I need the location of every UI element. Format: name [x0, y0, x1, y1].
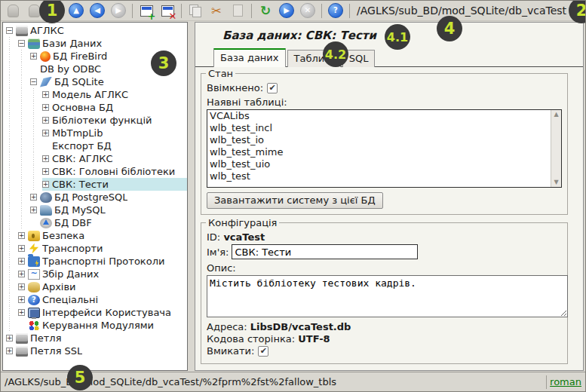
tree-item[interactable]: +Збір Даних: [3, 268, 187, 280]
tree-item[interactable]: +Транспортні Протоколи: [3, 255, 187, 268]
expand-icon[interactable]: +: [42, 181, 49, 188]
annotation-3: 3: [151, 51, 176, 76]
expand-icon[interactable]: +: [18, 283, 25, 290]
delete-item-button[interactable]: ✕: [158, 2, 177, 20]
tree-item[interactable]: +Петля: [3, 332, 187, 345]
tree-item[interactable]: +БД PostgreSQL: [3, 191, 187, 204]
table-list-item[interactable]: wlb_test: [207, 170, 561, 182]
stop-glyph: ✕: [305, 7, 311, 14]
copy-button[interactable]: [186, 2, 205, 20]
config-groupbox: Конфігурація ID: vcaTest Ім'я: Опис: Міс…: [201, 222, 568, 364]
expand-icon[interactable]: +: [30, 207, 37, 213]
firebird-icon: [40, 51, 51, 62]
expand-icon[interactable]: +: [42, 168, 49, 175]
check-icon: ✔: [269, 84, 276, 92]
tree-item[interactable]: +Петля SSL: [3, 345, 187, 357]
tree-item[interactable]: +Основна БД: [3, 101, 187, 114]
ui-icon: [28, 308, 40, 318]
scroll-down-icon[interactable]: ▼: [554, 179, 558, 185]
scroll-up-icon[interactable]: ▲: [554, 112, 558, 118]
expand-icon[interactable]: +: [18, 296, 25, 303]
tree-item[interactable]: +БД MySQL: [3, 204, 187, 216]
tree-item[interactable]: +Архіви: [3, 280, 187, 293]
tree-item[interactable]: +СВК: Тести: [3, 178, 187, 191]
tree-item[interactable]: +MbTmpLib: [3, 127, 187, 139]
refresh-icon: ↻: [260, 5, 271, 17]
expand-icon[interactable]: +: [42, 155, 49, 162]
address-bar[interactable]: /AGLKS/sub_BD/mod_SQLite/db_vcaTest: [357, 5, 566, 17]
expand-icon[interactable]: +: [18, 258, 25, 265]
tree-item[interactable]: +Бібліотеки функцій: [3, 114, 187, 127]
tree-item[interactable]: +СВК: Головні бібліотеки: [3, 165, 187, 178]
expand-icon[interactable]: +: [6, 335, 13, 341]
refresh-button[interactable]: ↻: [256, 2, 275, 20]
tree-item[interactable]: Експорт БД: [3, 139, 187, 152]
table-list-item[interactable]: wlb_test_uio: [207, 158, 561, 170]
panel-splitter[interactable]: [188, 22, 195, 371]
up-button[interactable]: ▲: [66, 2, 86, 20]
load-system-button[interactable]: Завантажити систему з цієї БД: [207, 192, 383, 209]
collapse-icon[interactable]: −: [6, 27, 13, 34]
expand-icon[interactable]: +: [18, 245, 25, 252]
expand-icon[interactable]: +: [18, 309, 25, 316]
tree-item-label: Збір Даних: [42, 268, 99, 280]
tree-item[interactable]: БД DBF: [3, 216, 187, 229]
table-list-item[interactable]: wlb_test_mime: [207, 146, 561, 158]
enabled-checkbox[interactable]: ✔: [267, 83, 278, 93]
name-label: Ім'я:: [207, 247, 229, 258]
tree-item[interactable]: −БД SQLite: [3, 75, 187, 88]
tree-item[interactable]: +СВК: АГЛКС: [3, 152, 187, 165]
descr-label: Опис:: [207, 262, 562, 274]
expand-icon[interactable]: +: [42, 117, 49, 124]
expand-icon[interactable]: +: [30, 194, 37, 201]
tree-guide: [30, 114, 42, 127]
tree-guide: [6, 165, 18, 178]
start-button[interactable]: ▶: [277, 2, 296, 20]
expand-icon[interactable]: +: [30, 53, 37, 60]
tree-item-label: Архіви: [42, 281, 76, 292]
tree-item-label: БД DBF: [54, 217, 92, 228]
expand-icon[interactable]: +: [42, 91, 49, 98]
expand-icon[interactable]: +: [42, 104, 49, 111]
tree-item[interactable]: +Інтерфейси Користувача: [3, 306, 187, 319]
expand-icon[interactable]: +: [18, 232, 25, 239]
table-list-item[interactable]: wlb_test_incl: [207, 122, 561, 134]
expand-icon[interactable]: +: [42, 130, 49, 136]
tree-item[interactable]: −Бази Даних: [3, 37, 187, 50]
tree-item-label: Транспорти: [42, 243, 103, 254]
table-list-item[interactable]: VCALibs: [207, 110, 561, 122]
tree-item-label: СВК: Головні бібліотеки: [52, 166, 175, 177]
tree-item[interactable]: +Безпека: [3, 229, 187, 242]
tree-guide: [18, 191, 30, 204]
name-field[interactable]: [232, 244, 418, 259]
tree-guide: [18, 114, 30, 127]
add-item-button[interactable]: +: [137, 2, 156, 20]
tree-item[interactable]: Керування Модулями: [3, 319, 187, 332]
tree-item[interactable]: +Модель АГЛКС: [3, 88, 187, 101]
descr-field[interactable]: Містить бібліотеку тестових кадрів.: [207, 275, 568, 317]
load-from-db-button[interactable]: [3, 2, 23, 20]
table-list-item[interactable]: wlb_test_io: [207, 134, 561, 146]
back-button[interactable]: ◀: [87, 2, 107, 20]
collapse-icon[interactable]: −: [18, 40, 25, 47]
tree-item[interactable]: −АГЛКС: [3, 24, 187, 37]
tab-База даних[interactable]: База даних: [213, 48, 286, 67]
enable-checkbox[interactable]: ✔: [258, 346, 268, 357]
paste-button[interactable]: [228, 2, 247, 20]
tree-item[interactable]: +Спеціальні: [3, 293, 187, 306]
expand-icon[interactable]: +: [18, 271, 25, 277]
tables-scrollbar[interactable]: ▲ ▼: [551, 110, 561, 187]
tree-item[interactable]: +Транспорти: [3, 242, 187, 255]
id-label: ID:: [207, 231, 220, 243]
dbf-icon: [40, 218, 52, 228]
expand-icon[interactable]: +: [6, 348, 13, 354]
tree-item-label: СВК: АГЛКС: [52, 153, 113, 164]
collapse-icon[interactable]: −: [30, 78, 37, 85]
status-separator: [546, 375, 547, 389]
cut-button[interactable]: ✂: [207, 2, 226, 20]
help-button[interactable]: ?: [326, 2, 345, 20]
paste-icon: [233, 5, 243, 17]
forward-button[interactable]: ▶: [109, 2, 128, 20]
user-link[interactable]: roman: [550, 376, 581, 387]
stop-button[interactable]: ✕: [298, 2, 318, 20]
